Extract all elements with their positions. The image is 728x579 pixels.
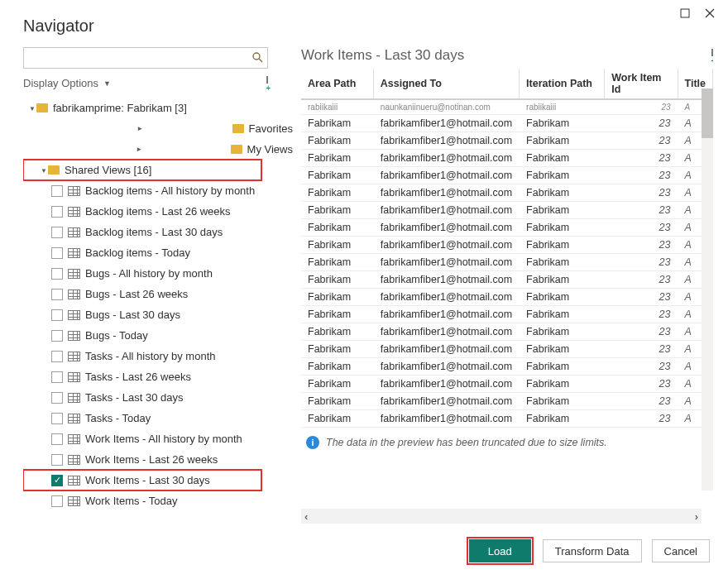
chevron-down-icon[interactable]: ▼ xyxy=(103,79,111,88)
tree-root[interactable]: fabrikamprime: Fabrikam [3] xyxy=(23,98,293,118)
table-cell: rabiikaiii xyxy=(301,99,373,115)
table-row[interactable]: Fabrikamfabrikamfiber1@hotmail.comFabrik… xyxy=(301,376,713,393)
checkbox[interactable] xyxy=(51,247,63,259)
tree-view-item[interactable]: Backlog items - All history by month xyxy=(23,180,293,201)
tree-view-item-label: Bugs - Last 26 weeks xyxy=(85,288,188,300)
table-row[interactable]: Fabrikamfabrikamfiber1@hotmail.comFabrik… xyxy=(301,306,713,323)
tree-view-item[interactable]: Backlog items - Today xyxy=(23,242,293,263)
column-header[interactable]: Assigned To xyxy=(373,69,519,99)
table-cell: 23 xyxy=(605,358,678,376)
table-row[interactable]: Fabrikamfabrikamfiber1@hotmail.comFabrik… xyxy=(301,393,713,410)
checkbox[interactable] xyxy=(51,392,63,404)
checkbox[interactable] xyxy=(51,371,63,383)
column-header[interactable]: Iteration Path xyxy=(520,69,605,99)
table-cell: Fabrikam xyxy=(520,306,605,323)
checkbox[interactable] xyxy=(51,330,63,342)
checkbox[interactable] xyxy=(51,433,63,445)
search-input[interactable] xyxy=(23,47,268,69)
table-row[interactable]: Fabrikamfabrikamfiber1@hotmail.comFabrik… xyxy=(301,410,713,428)
tree-view-item[interactable]: Backlog items - Last 26 weeks xyxy=(23,201,293,222)
expand-icon[interactable] xyxy=(48,125,232,132)
table-cell: Fabrikam xyxy=(520,202,605,219)
tree-view-item[interactable]: Bugs - All history by month xyxy=(23,263,293,284)
checkbox[interactable] xyxy=(51,206,63,218)
load-button[interactable]: Load xyxy=(469,539,531,562)
checkbox[interactable] xyxy=(51,185,63,197)
table-cell: Fabrikam xyxy=(520,410,605,428)
table-row[interactable]: Fabrikamfabrikamfiber1@hotmail.comFabrik… xyxy=(301,202,713,219)
tree-view-item[interactable]: Tasks - All history by month xyxy=(23,346,293,366)
cancel-button[interactable]: Cancel xyxy=(652,539,710,562)
close-icon[interactable] xyxy=(705,8,715,18)
expand-icon[interactable] xyxy=(48,146,231,153)
checkbox[interactable] xyxy=(51,309,63,321)
table-cell: 23 xyxy=(605,271,678,289)
transform-data-button[interactable]: Transform Data xyxy=(543,539,642,562)
tree-view-item[interactable]: Bugs - Today xyxy=(23,325,293,346)
table-row[interactable]: Fabrikamfabrikamfiber1@hotmail.comFabrik… xyxy=(301,323,713,341)
tree-view-item-label: Tasks - All history by month xyxy=(85,350,216,362)
checkbox[interactable] xyxy=(51,227,63,238)
table-cell: fabrikamfiber1@hotmail.com xyxy=(373,358,519,376)
tree-folder[interactable]: My Views xyxy=(23,139,293,160)
page-title: Navigator xyxy=(23,17,94,36)
expand-icon[interactable] xyxy=(40,165,48,175)
table-row[interactable]: Fabrikamfabrikamfiber1@hotmail.comFabrik… xyxy=(301,219,713,237)
maximize-icon[interactable] xyxy=(680,8,690,18)
table-row[interactable]: Fabrikamfabrikamfiber1@hotmail.comFabrik… xyxy=(301,341,713,358)
tree-view-item[interactable]: Bugs - Last 30 days xyxy=(23,304,293,325)
table-row[interactable]: Fabrikamfabrikamfiber1@hotmail.comFabrik… xyxy=(301,115,713,132)
refresh-icon[interactable] xyxy=(266,77,268,89)
table-cell: Fabrikam xyxy=(520,289,605,306)
checkbox[interactable] xyxy=(51,351,63,362)
scroll-left-icon[interactable]: ‹ xyxy=(304,510,308,523)
tree-view-item[interactable]: Bugs - Last 26 weeks xyxy=(23,284,293,304)
expand-icon[interactable] xyxy=(28,103,36,112)
table-row[interactable]: Fabrikamfabrikamfiber1@hotmail.comFabrik… xyxy=(301,167,713,184)
tree-view-item[interactable]: Tasks - Last 30 days xyxy=(23,387,293,408)
vertical-scrollbar[interactable] xyxy=(702,89,713,490)
scroll-right-icon[interactable]: › xyxy=(695,510,698,523)
tree-view-item-label: Bugs - Today xyxy=(85,329,148,342)
checkbox[interactable] xyxy=(51,289,63,300)
column-header[interactable]: Work Item Id xyxy=(605,69,678,99)
table-cell: fabrikamfiber1@hotmail.com xyxy=(373,393,519,410)
table-row[interactable]: Fabrikamfabrikamfiber1@hotmail.comFabrik… xyxy=(301,132,713,150)
tree-view-item[interactable]: Work Items - Last 26 weeks xyxy=(23,449,293,470)
table-row[interactable]: Fabrikamfabrikamfiber1@hotmail.comFabrik… xyxy=(301,289,713,306)
preview-grid: Area PathAssigned ToIteration PathWork I… xyxy=(301,69,713,524)
checkbox[interactable] xyxy=(51,454,63,466)
checkbox[interactable] xyxy=(51,495,63,507)
tree-view-item[interactable]: Work Items - Today xyxy=(23,490,293,511)
tree-view-item-label: Bugs - Last 30 days xyxy=(85,309,180,321)
table-row[interactable]: Fabrikamfabrikamfiber1@hotmail.comFabrik… xyxy=(301,271,713,289)
table-cell: Fabrikam xyxy=(520,254,605,271)
tree-view-item[interactable]: Tasks - Last 26 weeks xyxy=(23,366,293,387)
checkbox[interactable] xyxy=(51,413,63,424)
checkbox[interactable]: ✓ xyxy=(51,475,63,486)
horizontal-scrollbar[interactable]: ‹ › xyxy=(301,509,702,524)
table-row[interactable]: rabiikaiiinaunkaniinueru@notinan.comrabi… xyxy=(301,99,713,115)
checkbox[interactable] xyxy=(51,268,63,280)
table-row[interactable]: Fabrikamfabrikamfiber1@hotmail.comFabrik… xyxy=(301,150,713,167)
table-row[interactable]: Fabrikamfabrikamfiber1@hotmail.comFabrik… xyxy=(301,237,713,254)
add-column-icon[interactable] xyxy=(711,50,713,62)
tree-view-item[interactable]: Backlog items - Last 30 days xyxy=(23,222,293,242)
table-row[interactable]: Fabrikamfabrikamfiber1@hotmail.comFabrik… xyxy=(301,184,713,202)
table-icon xyxy=(68,310,80,320)
table-row[interactable]: Fabrikamfabrikamfiber1@hotmail.comFabrik… xyxy=(301,254,713,271)
display-options-dropdown[interactable]: Display Options xyxy=(23,77,98,89)
column-header[interactable]: Area Path xyxy=(301,69,373,99)
tree-folder-label: My Views xyxy=(247,143,293,156)
tree-view-item-label: Backlog items - Last 30 days xyxy=(85,226,223,238)
tree-view-item[interactable]: Tasks - Today xyxy=(23,408,293,428)
tree-folder-shared-views[interactable]: Shared Views [16] xyxy=(23,160,261,180)
search-icon[interactable] xyxy=(251,51,263,65)
table-row[interactable]: Fabrikamfabrikamfiber1@hotmail.comFabrik… xyxy=(301,358,713,376)
table-cell: 23 xyxy=(605,393,678,410)
tree-view-item[interactable]: ✓Work Items - Last 30 days xyxy=(23,470,261,490)
table-cell: fabrikamfiber1@hotmail.com xyxy=(373,323,519,341)
table-icon xyxy=(68,434,80,444)
tree-folder[interactable]: Favorites xyxy=(23,118,293,139)
tree-view-item[interactable]: Work Items - All history by month xyxy=(23,428,293,449)
